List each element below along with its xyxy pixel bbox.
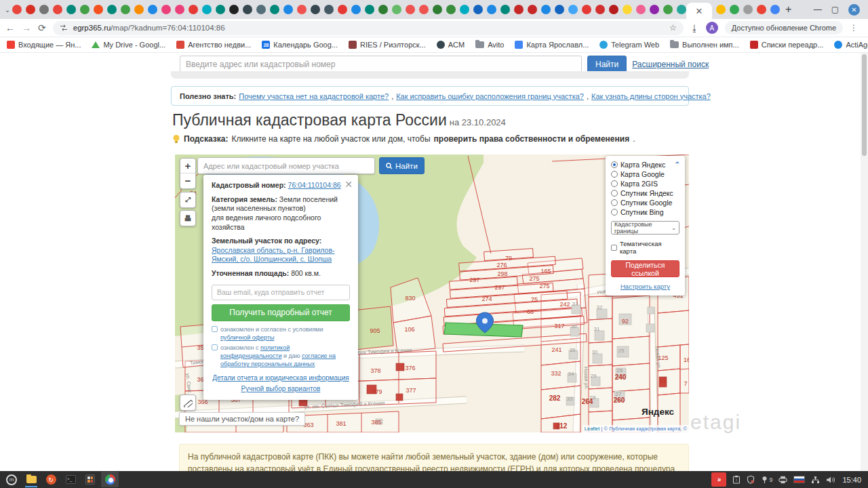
taskbar-clock[interactable]: 15:40 [842,476,861,484]
file-manager-button[interactable] [22,472,40,487]
url-bar[interactable]: egrp365.ru/map/?kadnum=76:04:110104:86 ☆ [53,21,684,35]
building-footprint[interactable] [593,354,602,363]
info-link-2[interactable]: Как исправить ошибку расположения границ… [396,92,584,100]
pinned-tab-favicon[interactable] [283,5,293,14]
pinned-tab-favicon[interactable] [595,5,605,14]
shield-tray-icon[interactable] [747,475,755,484]
pinned-tab-favicon[interactable] [743,5,753,14]
pinned-tab-favicon[interactable] [623,5,632,14]
layer-option-спутник-bing[interactable]: Спутник Bing [611,208,679,216]
layer-option-карта-google[interactable]: Карта Google [611,170,679,178]
clipboard-tray-icon[interactable]: ! [732,475,741,484]
pinned-tab-favicon[interactable] [770,5,780,14]
pinned-tab-favicon[interactable] [229,5,239,14]
keyboard-layout-flag-ru[interactable] [793,476,805,483]
profile-avatar[interactable]: А [706,22,718,34]
radio-button[interactable] [611,171,618,178]
pinned-tab-favicon[interactable] [487,5,496,14]
pinned-tab-favicon[interactable] [256,5,266,14]
pinned-tab-favicon[interactable] [663,5,673,14]
pinned-tab-favicon[interactable] [12,5,22,14]
address-link[interactable]: Ярославская область, р-н. Гаврилов-Ямски… [212,246,335,264]
bookmark-item[interactable]: My Drive - Googl... [92,41,165,49]
layer-option-карта-яндекс[interactable]: Карта Яндекс [611,161,679,169]
pinned-tab-favicon[interactable] [419,5,429,14]
pinned-tab-favicon[interactable] [582,5,591,14]
pinned-tab-favicon[interactable] [541,5,551,14]
pinned-tab-favicon[interactable] [716,5,726,14]
pinned-tab-favicon[interactable] [189,5,198,14]
pinned-tab-favicon[interactable] [216,5,225,14]
pinned-tab-favicon[interactable] [26,5,35,14]
get-report-button[interactable]: Получить подробный отчет [212,304,350,321]
tab-search-chevron-icon[interactable]: ⌄ [3,6,12,14]
mint-menu-button[interactable]: m [3,472,20,487]
close-window-button[interactable]: ✕ [848,4,860,16]
pinned-tab-favicon[interactable] [609,5,618,14]
tray-app-icon[interactable]: » [711,472,726,487]
thematic-map-checkbox[interactable] [611,245,617,251]
chrome-taskbar-button[interactable] [101,472,119,487]
radio-button[interactable] [611,190,618,197]
page-scrollbar[interactable] [861,53,868,471]
terminal-button[interactable]: >_ [62,472,79,487]
bookmark-item[interactable]: Telegram Web [599,41,659,49]
pinned-tab-favicon[interactable] [433,5,442,14]
pinned-tab-favicon[interactable] [66,5,76,14]
pinned-tab-favicon[interactable] [94,5,103,14]
pinned-tab-favicon[interactable] [311,5,320,14]
pinned-tab-favicon[interactable] [80,5,90,14]
pinned-tab-favicon[interactable] [53,5,62,14]
manual-variants-link[interactable]: Ручной выбор вариантов [212,384,350,393]
minimize-button[interactable]: — [814,5,822,14]
configure-map-link[interactable]: Настроить карту [611,283,679,290]
building-footprint[interactable] [648,307,654,314]
active-tab[interactable]: ✕ [686,3,712,19]
new-tab-button[interactable]: + [785,3,791,16]
offer-link[interactable]: публичной оферты [220,334,275,341]
pinned-tab-favicon[interactable] [636,5,646,14]
building-footprint-red[interactable] [396,394,403,401]
expand-icon[interactable]: ⤢ [180,192,195,207]
network-tray-icon[interactable] [811,476,820,484]
info-link-3[interactable]: Как узнать длины сторон участка? [591,92,711,100]
map-search-input[interactable] [197,157,375,174]
layer-option-карта-2gis[interactable]: Карта 2GIS [611,180,679,188]
bookmark-star-icon[interactable]: ☆ [669,23,677,33]
email-input[interactable] [212,285,350,300]
printer-tray-icon[interactable] [778,476,787,484]
back-button[interactable]: ← [5,23,15,33]
pinned-tab-favicon[interactable] [677,5,686,14]
leaflet-link[interactable]: Leaflet [585,426,600,432]
pinned-tab-favicon[interactable] [148,5,157,14]
building-footprint-red[interactable] [396,363,404,371]
print-button[interactable]: 🖶 [180,210,196,226]
radio-button[interactable] [611,209,618,216]
zoom-in-button[interactable]: + [180,159,195,174]
bookmark-item[interactable]: ACM [437,41,465,49]
pinned-tab-favicon[interactable] [121,5,130,14]
bookmark-item[interactable]: ActiAgent [834,41,868,49]
pinned-tab-favicon[interactable] [528,5,537,14]
bookmark-item[interactable]: Avito [475,41,504,49]
pinned-tab-favicon[interactable] [324,5,334,14]
info-link-1[interactable]: Почему участка нет на кадастровой карте? [239,92,389,100]
bookmark-item[interactable]: Выполнен имп... [670,41,739,49]
pinned-tab-favicon[interactable] [39,5,49,14]
building-footprint[interactable] [597,309,607,319]
radio-button[interactable] [611,161,618,168]
calculator-button[interactable] [81,472,99,487]
bookmark-item[interactable]: Агентство недви... [176,41,251,49]
pinned-tab-favicon[interactable] [243,5,252,14]
advanced-search-link[interactable]: Расширенный поиск [632,60,709,69]
pinned-tab-favicon[interactable] [161,5,171,14]
pinned-tab-favicon[interactable] [365,5,374,14]
download-icon[interactable]: ⭳ [690,23,699,33]
close-tab-icon[interactable]: ✕ [696,7,703,16]
pinned-tab-favicon[interactable] [757,5,766,14]
pinned-tab-favicon[interactable] [500,5,510,14]
building-footprint[interactable] [646,324,654,332]
pinned-tab-favicon[interactable] [297,5,307,14]
fullscreen-button[interactable]: ⤢ [180,192,196,208]
collapse-chevron-icon[interactable]: ⌃ [675,161,680,168]
